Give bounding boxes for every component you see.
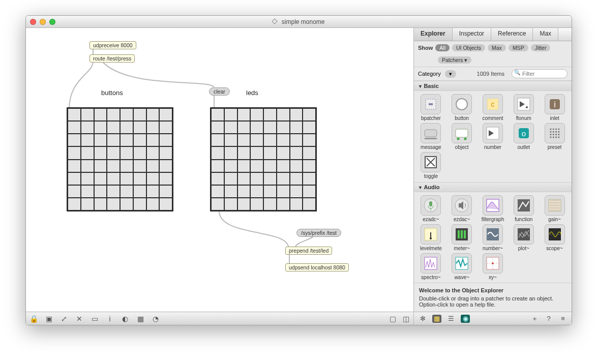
palette-item-wave~[interactable]: wave~ — [447, 253, 477, 280]
message-clear[interactable]: clear — [209, 87, 230, 96]
palette-item-plot~[interactable]: plot~ — [509, 224, 539, 251]
info-icon[interactable]: i — [105, 314, 114, 323]
search-input[interactable] — [512, 69, 568, 78]
palette-item-inlet[interactable]: i inlet — [540, 94, 570, 121]
welcome-line2: Option-click to open a help file. — [419, 301, 495, 308]
zoom-icon[interactable] — [49, 19, 55, 25]
x-icon[interactable]: ✕ — [75, 314, 84, 323]
eye-icon[interactable]: ◉ — [461, 315, 470, 323]
section-audio[interactable]: Audio — [414, 182, 572, 192]
svg-point-14 — [464, 138, 467, 140]
app-window: simple monome udpreceive 8000 route /tes… — [25, 15, 572, 325]
palette-item-levelmete[interactable]: levelmete — [416, 224, 446, 251]
filter-patchers[interactable]: Patchers ▾ — [438, 56, 471, 64]
palette-item-meter~[interactable]: meter~ — [447, 224, 477, 251]
palette-item-comment[interactable]: c comment — [478, 94, 508, 121]
category-label: Category — [418, 71, 441, 77]
grid-view-icon[interactable]: ▦ — [432, 315, 441, 323]
palette-item-spectro~[interactable]: spectro~ — [416, 253, 446, 280]
list-view-icon[interactable]: ☰ — [446, 315, 456, 323]
lines-icon[interactable]: ≡ — [558, 315, 568, 323]
palette-item-number[interactable]: number — [478, 123, 508, 150]
palette-label: bpatcher — [421, 115, 441, 121]
palette-item-flonum[interactable]: flonum — [509, 94, 539, 121]
svg-text:o: o — [522, 129, 526, 138]
svg-point-33 — [555, 136, 557, 138]
palette-label: function — [515, 217, 532, 222]
tab-reference[interactable]: Reference — [491, 28, 533, 41]
svg-point-34 — [558, 136, 559, 138]
welcome-line1: Double-click or drag into a patcher to c… — [419, 295, 553, 301]
svg-point-7 — [526, 106, 528, 108]
gear-icon[interactable]: ✻ — [418, 315, 427, 323]
palette-item-filtergraph[interactable]: filtergraph — [478, 195, 508, 222]
filter-max[interactable]: Max — [488, 44, 506, 51]
section-basic[interactable]: Basic — [414, 81, 572, 91]
palette-item-function[interactable]: function — [509, 195, 539, 222]
object-route[interactable]: route /test/press — [89, 54, 135, 63]
bpatcher-icon — [421, 94, 441, 114]
tab-inspector[interactable]: Inspector — [453, 28, 491, 41]
svg-rect-37 — [429, 201, 432, 206]
palette-item-ezadc~[interactable]: ezadc~ — [416, 195, 446, 222]
palette-label: flonum — [516, 115, 531, 121]
object-udpsend[interactable]: udpsend localhost 8080 — [285, 263, 349, 271]
zoom-icon-tb[interactable]: ⤢ — [59, 314, 69, 323]
lock-icon[interactable]: 🔒 — [29, 314, 38, 323]
matrix-leds[interactable] — [210, 107, 317, 211]
close-icon[interactable] — [30, 19, 36, 25]
palette-item-bpatcher[interactable]: bpatcher — [416, 94, 446, 121]
palette-label: meter~ — [454, 246, 469, 251]
window-title-text: simple monome — [282, 18, 325, 25]
view-single-icon[interactable]: ▢ — [388, 314, 397, 323]
monitor-icon[interactable]: ▭ — [90, 314, 99, 323]
filter-all[interactable]: All — [435, 44, 450, 51]
palette-item-outlet[interactable]: o outlet — [509, 123, 539, 150]
filter-msp[interactable]: MSP — [509, 44, 528, 51]
plus-icon[interactable]: ＋ — [530, 315, 539, 323]
tab-explorer[interactable]: Explorer — [414, 28, 453, 41]
patcher-canvas[interactable]: udpreceive 8000 route /test/press button… — [26, 28, 413, 325]
palette-item-gain~[interactable]: gain~ — [540, 195, 570, 222]
preset-icon — [545, 123, 565, 143]
svg-text:c: c — [491, 100, 494, 108]
filter-uiobjects[interactable]: UI Objects — [452, 44, 485, 51]
split-icon[interactable]: ▣ — [44, 314, 53, 323]
tab-max[interactable]: Max — [533, 28, 558, 41]
palette-item-xy~[interactable]: xy~ — [478, 253, 508, 280]
obj-icon[interactable]: ◔ — [151, 314, 160, 323]
levelmete-icon — [421, 224, 441, 245]
palette-item-button[interactable]: button — [447, 94, 477, 121]
minimize-icon[interactable] — [40, 19, 46, 25]
matrix-buttons[interactable] — [67, 107, 173, 211]
object-udpreceive[interactable]: udpreceive 8000 — [89, 41, 136, 49]
message-sysprefix[interactable]: /sys/prefix /test — [296, 229, 341, 237]
help-icon[interactable]: ? — [544, 315, 553, 323]
palette-item-ezdac~[interactable]: ezdac~ — [447, 195, 477, 222]
grid-icon[interactable]: ▦ — [136, 314, 145, 323]
comment-icon: c — [483, 94, 503, 114]
window-title: simple monome — [26, 18, 572, 25]
category-dropdown[interactable]: ▾ — [445, 70, 456, 78]
inlet-icon: i — [545, 94, 565, 114]
palette-scroll[interactable]: Basic bpatcher buttonc comment flonumi i… — [414, 81, 572, 283]
palette-item-object[interactable]: object — [447, 123, 477, 150]
titlebar[interactable]: simple monome — [26, 16, 572, 28]
svg-rect-46 — [458, 230, 460, 238]
svg-point-28 — [552, 134, 554, 135]
view-dual-icon[interactable]: ◫ — [401, 314, 410, 323]
palette-item-message[interactable]: message — [416, 123, 446, 150]
svg-rect-11 — [425, 138, 437, 139]
object-icon — [452, 123, 472, 143]
palette-item-toggle[interactable]: toggle — [416, 152, 446, 179]
palette-item-scope~[interactable]: scope~ — [540, 224, 570, 251]
palette-item-preset[interactable]: preset — [540, 123, 570, 150]
palette-basic: bpatcher buttonc comment flonumi inlet m… — [414, 91, 572, 182]
message-icon — [421, 123, 441, 143]
svg-point-13 — [457, 138, 460, 140]
function-icon — [514, 195, 534, 216]
object-prepend[interactable]: prepend /test/led — [285, 247, 332, 255]
palette-item-number~[interactable]: number~ — [478, 224, 508, 251]
dsp-icon[interactable]: ◐ — [121, 314, 130, 323]
filter-jitter[interactable]: Jitter — [531, 44, 551, 51]
